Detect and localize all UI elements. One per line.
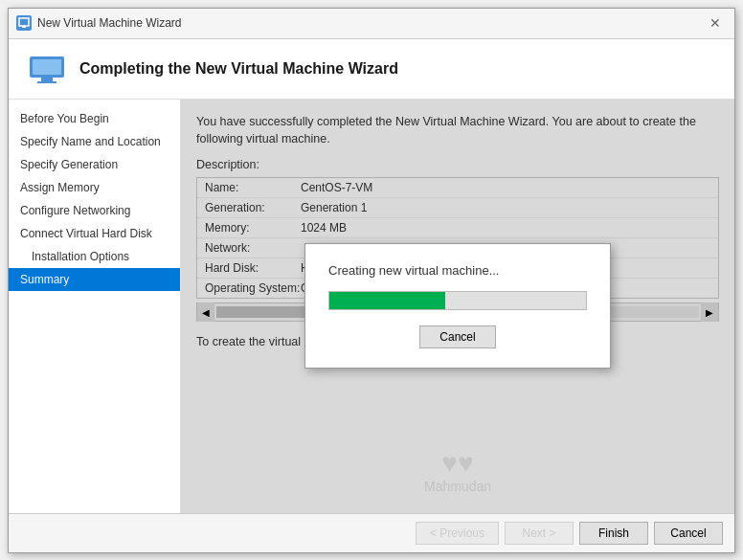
sidebar-item[interactable]: Specify Generation <box>9 153 180 176</box>
sidebar-item[interactable]: Installation Options <box>9 245 180 268</box>
close-button[interactable]: ✕ <box>704 11 727 34</box>
sidebar-item[interactable]: Connect Virtual Hard Disk <box>9 222 180 245</box>
finish-button[interactable]: Finish <box>579 522 648 545</box>
progress-bar-track <box>328 291 587 310</box>
wizard-header: Completing the New Virtual Machine Wizar… <box>9 39 734 100</box>
prev-button[interactable]: < Previous <box>416 522 499 545</box>
window-title: New Virtual Machine Wizard <box>37 16 704 30</box>
title-bar: New Virtual Machine Wizard ✕ <box>9 9 734 39</box>
sidebar: Before You BeginSpecify Name and Locatio… <box>9 100 181 513</box>
cancel-button[interactable]: Cancel <box>654 522 723 545</box>
progress-bar-fill <box>329 292 445 309</box>
sidebar-item[interactable]: Configure Networking <box>9 199 180 222</box>
header-icon <box>28 55 66 83</box>
main-area: Before You BeginSpecify Name and Locatio… <box>9 100 734 513</box>
wizard-title: Completing the New Virtual Machine Wizar… <box>79 60 398 78</box>
svg-rect-1 <box>22 26 26 28</box>
sidebar-item[interactable]: Summary <box>9 268 180 291</box>
modal-button-row: Cancel <box>328 325 587 348</box>
sidebar-item[interactable]: Before You Begin <box>9 107 180 130</box>
footer: < Previous Next > Finish Cancel <box>9 513 734 552</box>
sidebar-item[interactable]: Assign Memory <box>9 176 180 199</box>
svg-rect-3 <box>33 59 61 75</box>
main-window: New Virtual Machine Wizard ✕ Completing … <box>8 8 735 553</box>
svg-rect-4 <box>41 78 53 81</box>
svg-rect-0 <box>19 18 29 26</box>
modal-cancel-button[interactable]: Cancel <box>419 325 495 348</box>
modal-title: Creating new virtual machine... <box>328 263 587 278</box>
modal-dialog: Creating new virtual machine... Cancel <box>304 243 611 369</box>
sidebar-item[interactable]: Specify Name and Location <box>9 130 180 153</box>
window-icon <box>16 15 32 31</box>
svg-rect-5 <box>37 81 56 83</box>
next-button[interactable]: Next > <box>505 522 574 545</box>
content-area: You have successfully completed the New … <box>181 100 734 513</box>
modal-overlay: Creating new virtual machine... Cancel <box>181 100 734 513</box>
